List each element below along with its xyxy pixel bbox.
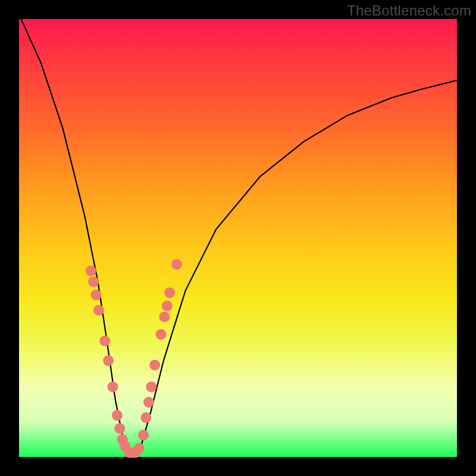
highlighted-samples — [86, 259, 182, 458]
plot-area — [19, 19, 457, 457]
sample-dot — [143, 397, 154, 408]
sample-dot — [146, 381, 156, 392]
sample-dot — [171, 259, 182, 270]
sample-dot — [114, 423, 125, 434]
sample-dot — [162, 300, 173, 311]
sample-dot — [88, 277, 99, 287]
watermark-text: TheBottleneck.com — [347, 2, 471, 19]
sample-dot — [138, 430, 149, 440]
bottleneck-curve — [19, 15, 457, 453]
sample-dot — [112, 410, 123, 421]
sample-dot — [140, 412, 151, 423]
sample-dot — [149, 359, 160, 370]
sample-dot — [99, 336, 110, 346]
sample-dot — [164, 287, 175, 298]
sample-dot — [108, 381, 118, 392]
curve-svg — [19, 19, 457, 457]
sample-dot — [86, 265, 96, 276]
sample-dot — [134, 443, 145, 453]
sample-dot — [159, 312, 170, 322]
sample-dot — [93, 305, 104, 315]
chart-frame: TheBottleneck.com — [0, 0, 476, 476]
sample-dot — [103, 355, 114, 366]
sample-dot — [156, 329, 167, 340]
sample-dot — [91, 290, 102, 300]
